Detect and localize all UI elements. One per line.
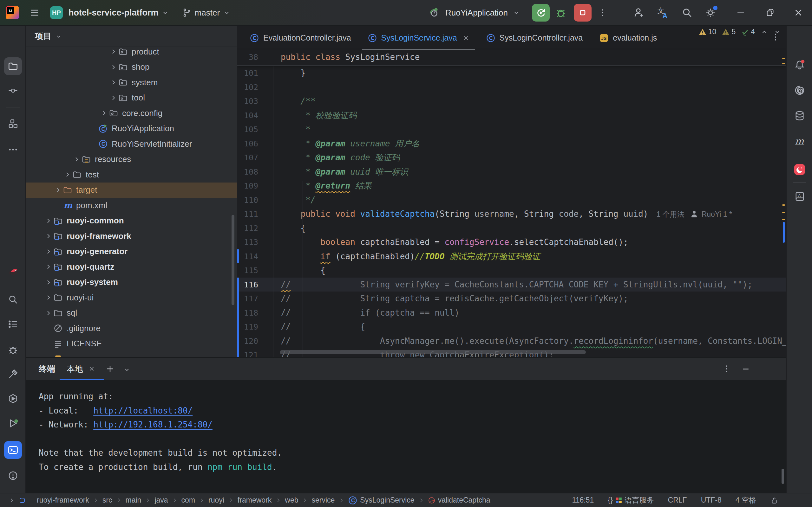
code-line-117[interactable]: 117// String captcha = redisCache.getCac… (237, 291, 786, 306)
terminal-options-button[interactable] (722, 364, 731, 374)
editor-tab-SysLoginService.java[interactable]: CSysLoginService.java (359, 26, 478, 50)
chevron-right-icon[interactable] (44, 248, 53, 256)
terminal-link[interactable]: http://192.168.1.254:80/ (93, 420, 212, 429)
chevron-right-icon[interactable] (44, 217, 53, 225)
breadcrumb-validateCaptcha[interactable]: mvalidateCaptcha (428, 496, 490, 504)
minimize-button[interactable] (735, 7, 746, 18)
terminal-output[interactable]: App running at:- Local: http://localhost… (39, 389, 780, 493)
code-line-109[interactable]: 109 * @return 结果 (237, 179, 786, 193)
vcs-widget[interactable]: master (182, 8, 231, 18)
tree-item-.gitignore[interactable]: .gitignore (26, 321, 237, 336)
line-number[interactable]: 103 (237, 95, 258, 109)
unlock-icon[interactable] (770, 496, 778, 504)
tree-item-core.config[interactable]: core.config (26, 106, 237, 121)
tree-item-ruoyi-framework[interactable]: ruoyi-framework (26, 228, 237, 244)
terminal-tool-button[interactable] (4, 441, 22, 459)
chevron-right-icon[interactable] (44, 263, 53, 271)
tree-item-shop[interactable]: shop (26, 60, 237, 75)
structure-tool-button[interactable] (4, 115, 22, 132)
search-tool-button[interactable] (4, 291, 22, 308)
chevron-down-icon[interactable] (55, 33, 62, 40)
project-tool-button[interactable] (4, 57, 22, 75)
run-config-name[interactable]: RuoYiApplication (445, 8, 508, 18)
maven-button[interactable]: m (791, 133, 809, 151)
terminal-scrollbar[interactable] (781, 469, 784, 484)
more-tools-button[interactable] (4, 141, 22, 158)
chevron-right-icon[interactable] (44, 309, 53, 317)
editor-tab-EvaluationController.java[interactable]: CEvaluationController.java (241, 26, 359, 50)
line-number[interactable]: 118 (237, 306, 258, 320)
code-with-me-button[interactable] (633, 7, 645, 18)
tree-item-product[interactable]: product (26, 48, 237, 60)
code-line-107[interactable]: 107 * @param code 验证码 (237, 151, 786, 165)
settings-button[interactable] (705, 7, 716, 18)
tree-item-tool[interactable]: tool (26, 90, 237, 106)
error-stripe[interactable] (781, 50, 786, 357)
tree-item-RuoYiServletInitializer[interactable]: CRuoYiServletInitializer (26, 136, 237, 152)
line-ending-widget[interactable]: CRLF (668, 496, 687, 504)
problems-tool-button[interactable] (4, 467, 22, 485)
tree-item-ruoyi-ui[interactable]: ruoyi-ui (26, 290, 237, 305)
commit-tool-button[interactable] (4, 82, 22, 100)
database-button[interactable] (791, 107, 809, 125)
debug-tool-button[interactable] (4, 341, 22, 359)
line-number[interactable]: 113 (237, 235, 258, 250)
breadcrumb-web[interactable]: web (285, 496, 298, 504)
line-number[interactable]: 112 (237, 222, 258, 236)
line-number[interactable]: 120 (237, 334, 258, 349)
prev-problem-icon[interactable] (760, 28, 768, 36)
breadcrumb-java[interactable]: java (154, 496, 168, 504)
tree-item-target[interactable]: target (26, 182, 237, 198)
red-app-plugin-button[interactable] (791, 161, 809, 178)
tree-item-file[interactable] (26, 351, 237, 357)
chevron-right-icon[interactable] (44, 279, 53, 286)
code-line-115[interactable]: 115 { (237, 263, 786, 278)
run-more-button[interactable] (598, 8, 607, 17)
project-widget[interactable]: hotel-service-platform (67, 8, 169, 18)
line-number[interactable]: 109 (237, 179, 258, 193)
chevron-right-icon[interactable] (109, 63, 118, 71)
sticky-line[interactable]: 38public class SysLoginService (237, 50, 786, 66)
line-number[interactable]: 111 (237, 207, 258, 222)
code-line-38[interactable]: 38public class SysLoginService (237, 50, 786, 64)
tree-item-resources[interactable]: resources (26, 152, 237, 167)
code-line-103[interactable]: 103 /** (237, 94, 786, 108)
editor-tab-evaluation.js[interactable]: JSevaluation.js (591, 26, 665, 50)
line-number[interactable]: 119 (237, 320, 258, 334)
line-number[interactable]: 121 (237, 348, 258, 357)
tree-item-sql[interactable]: sql (26, 305, 237, 321)
chevron-right-icon[interactable] (44, 232, 53, 240)
main-menu-button[interactable] (29, 7, 40, 18)
code-line-108[interactable]: 108 * @param uuid 唯一标识 (237, 165, 786, 179)
tree-item-system[interactable]: system (26, 75, 237, 90)
breadcrumb-SysLoginService[interactable]: CSysLoginService (348, 496, 414, 505)
editor-hscrollbar[interactable] (280, 350, 586, 354)
translate-button[interactable]: 文 A (657, 6, 669, 19)
code-line-119[interactable]: 119// { (237, 320, 786, 334)
chevron-right-icon[interactable] (44, 294, 53, 301)
code-line-102[interactable]: 102 (237, 80, 786, 95)
tab-close-icon[interactable] (462, 35, 469, 42)
tree-scrollbar[interactable] (232, 215, 235, 305)
red-bird-plugin-button[interactable] (4, 262, 22, 280)
tree-item-LICENSE[interactable]: LICENSE (26, 336, 237, 352)
terminal-hide-button[interactable] (741, 364, 751, 374)
chevron-right-icon[interactable] (99, 109, 109, 117)
code-line-111[interactable]: 111 public void validateCaptcha(String u… (237, 207, 786, 221)
code-line-120[interactable]: 120// AsyncManager.me().execute(AsyncFac… (237, 334, 786, 348)
build-tool-button[interactable] (4, 365, 22, 383)
terminal-dropdown-icon[interactable] (123, 366, 131, 374)
line-number[interactable]: 102 (237, 80, 258, 95)
editor-vscrollbar[interactable] (783, 222, 785, 243)
rerun-button[interactable] (532, 4, 550, 21)
line-number[interactable]: 106 (237, 137, 258, 151)
chevron-down-icon[interactable] (512, 9, 520, 17)
terminal-link[interactable]: http://localhost:80/ (93, 406, 193, 415)
tree-item-ruoyi-quartz[interactable]: ruoyi-quartz (26, 259, 237, 275)
line-number[interactable]: 108 (237, 165, 258, 179)
code-line-105[interactable]: 105 * (237, 122, 786, 136)
terminal-tab-close-icon[interactable] (88, 365, 95, 372)
code-line-101[interactable]: 101 } (237, 66, 786, 80)
line-number[interactable]: 38 (237, 50, 258, 65)
chevron-right-icon[interactable] (109, 78, 118, 86)
